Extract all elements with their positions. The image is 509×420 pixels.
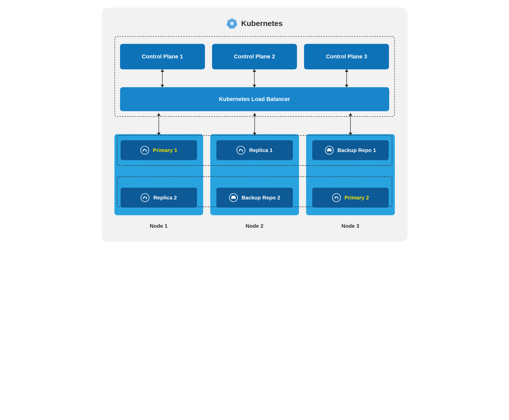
pod-label: Backup Repo 1: [337, 147, 376, 153]
double-arrow-icon: [159, 113, 159, 135]
sofa-icon: [229, 193, 238, 202]
control-plane-row: Control Plane 1 Control Plane 2 Control …: [120, 44, 389, 69]
control-plane-2: Control Plane 2: [212, 44, 297, 69]
control-plane-label: Control Plane 1: [142, 53, 183, 60]
load-balancer: Kubernetes Load Balancer: [120, 87, 389, 111]
double-arrow-icon: [162, 69, 163, 87]
node-label-2: Node 2: [210, 223, 299, 229]
arrow-row-cp-lb: [120, 69, 389, 87]
control-plane-3: Control Plane 3: [304, 44, 389, 69]
double-arrow-icon: [254, 113, 255, 135]
pod-label: Backup Repo 2: [242, 195, 280, 201]
control-plane-1: Control Plane 1: [120, 44, 205, 69]
elephant-icon: [140, 193, 150, 202]
node-3: Backup Repo 1 Primary 2: [306, 134, 395, 215]
node-row: Primary 1 Replica 2 Replica 1 Backup Rep…: [114, 134, 395, 215]
kubernetes-header: Kubernetes: [114, 18, 395, 29]
kubernetes-title: Kubernetes: [241, 19, 283, 28]
pod-primary-2: Primary 2: [312, 188, 389, 208]
control-plane-label: Control Plane 2: [234, 53, 275, 60]
node-2: Replica 1 Backup Repo 2: [210, 134, 299, 215]
sofa-icon: [325, 146, 334, 155]
pod-backup-repo-2: Backup Repo 2: [216, 188, 293, 208]
pod-label: Replica 1: [249, 147, 272, 153]
pod-label: Primary 2: [345, 195, 369, 201]
elephant-icon: [236, 146, 245, 155]
pod-primary-1: Primary 1: [121, 140, 197, 160]
double-arrow-icon: [254, 69, 255, 87]
elephant-icon: [332, 193, 341, 202]
control-plane-label: Control Plane 3: [326, 53, 367, 60]
node-label-3: Node 3: [306, 223, 395, 229]
control-plane-group: Control Plane 1 Control Plane 2 Control …: [114, 36, 395, 117]
kubernetes-icon: [226, 18, 238, 29]
double-arrow-icon: [350, 113, 351, 135]
pod-label: Replica 2: [153, 195, 177, 201]
diagram-canvas: Kubernetes Control Plane 1 Control Plane…: [102, 8, 408, 242]
pod-replica-2: Replica 2: [121, 188, 197, 208]
node-area: Primary 1 Replica 2 Replica 1 Backup Rep…: [114, 134, 395, 229]
node-label-1: Node 1: [114, 223, 203, 229]
load-balancer-label: Kubernetes Load Balancer: [219, 96, 290, 103]
pod-replica-1: Replica 1: [216, 140, 293, 160]
double-arrow-icon: [346, 69, 347, 87]
node-labels-row: Node 1 Node 2 Node 3: [114, 223, 395, 229]
node-1: Primary 1 Replica 2: [114, 134, 203, 215]
pod-backup-repo-1: Backup Repo 1: [312, 140, 389, 160]
pod-label: Primary 1: [153, 147, 177, 153]
elephant-icon: [140, 146, 149, 155]
arrow-row-lb-nodes: [114, 113, 395, 135]
